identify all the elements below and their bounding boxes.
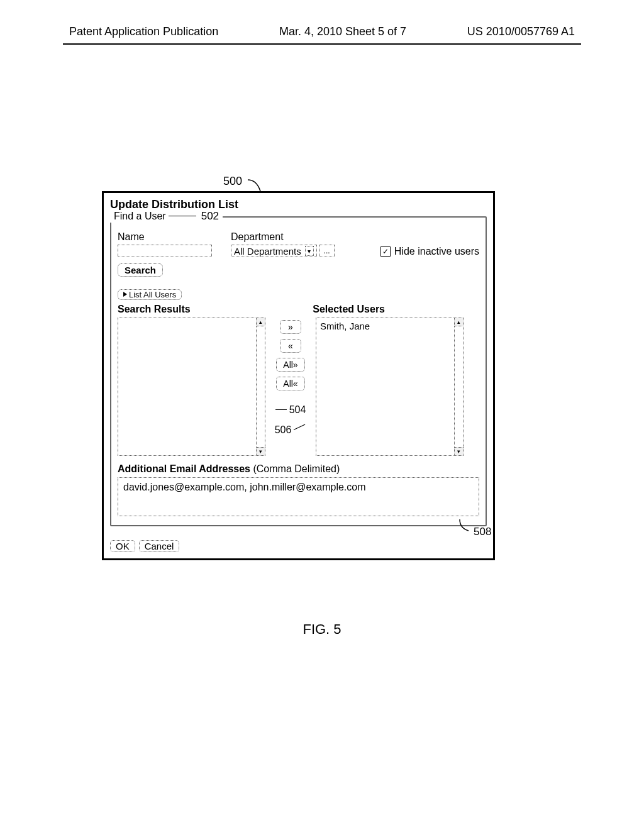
- hide-inactive-label: Hide inactive users: [394, 246, 479, 257]
- header-rule: [63, 43, 581, 45]
- list-all-users-button[interactable]: List All Users: [118, 289, 182, 300]
- find-user-fieldset: Find a User 502 Name Department All Depa…: [110, 216, 487, 526]
- find-user-legend: Find a User 502: [110, 210, 223, 223]
- ref-508: 508: [457, 519, 491, 538]
- scroll-down-icon[interactable]: ▾: [454, 447, 464, 456]
- name-label: Name: [118, 231, 212, 243]
- header-left: Patent Application Publication: [69, 25, 218, 38]
- scroll-up-icon[interactable]: ▴: [256, 318, 265, 326]
- ok-button[interactable]: OK: [110, 540, 135, 552]
- hide-inactive-group: ✓ Hide inactive users: [380, 246, 479, 257]
- add-button[interactable]: »: [280, 320, 301, 334]
- cancel-button[interactable]: Cancel: [139, 540, 180, 552]
- list-item[interactable]: Smith, Jane: [316, 318, 463, 334]
- search-button[interactable]: Search: [118, 263, 163, 277]
- ref-500: 500: [223, 175, 265, 188]
- add-all-button[interactable]: All»: [276, 358, 305, 372]
- page-header: Patent Application Publication Mar. 4, 2…: [0, 0, 644, 43]
- additional-emails-label: Additional Email Addresses (Comma Delimi…: [118, 463, 479, 475]
- ref-504: 504: [275, 404, 306, 416]
- figure-caption: FIG. 5: [0, 621, 644, 638]
- scrollbar[interactable]: ▴ ▾: [256, 318, 265, 455]
- department-more-button[interactable]: ...: [319, 245, 335, 257]
- ref-506: 506: [275, 424, 307, 436]
- leader-line-icon: [248, 176, 267, 192]
- update-distribution-list-dialog: Update Distribution List Find a User 502…: [102, 191, 495, 560]
- name-input[interactable]: [118, 245, 212, 257]
- remove-button[interactable]: «: [280, 339, 301, 353]
- chevron-down-icon: ▾: [305, 246, 314, 256]
- search-results-listbox[interactable]: ▴ ▾: [118, 318, 265, 456]
- department-select[interactable]: All Departments ▾: [231, 245, 317, 257]
- triangle-right-icon: [123, 292, 127, 297]
- scroll-down-icon[interactable]: ▾: [256, 447, 265, 456]
- name-field-group: Name: [118, 231, 212, 257]
- ref-502: 502: [201, 210, 219, 223]
- hide-inactive-checkbox[interactable]: ✓: [380, 246, 391, 257]
- department-label: Department: [231, 231, 335, 243]
- scrollbar[interactable]: ▴ ▾: [454, 318, 463, 455]
- scroll-up-icon[interactable]: ▴: [454, 318, 464, 326]
- department-field-group: Department All Departments ▾ ...: [231, 231, 335, 257]
- header-right: US 2010/0057769 A1: [467, 25, 575, 38]
- leader-line-icon: [457, 519, 472, 536]
- transfer-buttons: » « All» All« 504 506: [272, 320, 309, 436]
- selected-users-label: Selected Users: [313, 304, 385, 315]
- selected-users-listbox[interactable]: Smith, Jane ▴ ▾: [316, 318, 464, 456]
- header-center: Mar. 4, 2010 Sheet 5 of 7: [279, 25, 406, 38]
- remove-all-button[interactable]: All«: [276, 377, 305, 390]
- additional-emails-input[interactable]: david.jones@example.com, john.miller@exa…: [118, 477, 479, 516]
- search-results-label: Search Results: [118, 304, 191, 315]
